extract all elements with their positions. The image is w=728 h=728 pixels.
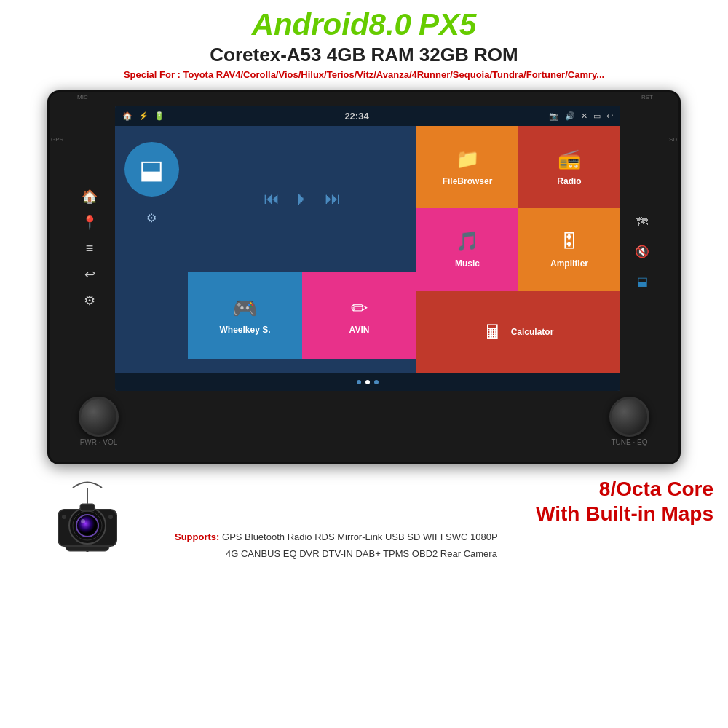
mic-label: MIC (77, 94, 88, 100)
nav-location[interactable]: 📍 (82, 215, 98, 231)
close-icon: ✕ (581, 111, 587, 121)
px5-title: PX5 (419, 7, 476, 42)
supports-label: Supports: (175, 531, 219, 542)
bottom-section: 8/Octa Core With Built-in Maps Supports:… (15, 473, 713, 559)
right-nav-bluetooth[interactable]: ⬓ (637, 274, 648, 288)
right-nav-mute[interactable]: 🔇 (635, 245, 649, 258)
wheelkey-tile[interactable]: 🎮 Wheelkey S. (188, 272, 302, 359)
android-title: Android8.0 (252, 7, 411, 42)
vol-knob-group: PWR · VOL (79, 397, 119, 446)
music-icon: 🎵 (456, 230, 479, 253)
car-unit: MIC RST GPS SD 🏠 📍 ≡ ↩ ⚙ 🏠 ⚡ 🔋 (47, 90, 681, 464)
status-right: 📷 🔊 ✕ ▭ ↩ (549, 111, 613, 121)
calculator-tile[interactable]: 🖩 Calculator (416, 291, 620, 373)
page: Android8.0 PX5 Coretex-A53 4GB RAM 32GB … (0, 0, 728, 728)
rewind-button[interactable]: ⏮ (264, 189, 280, 208)
svg-point-6 (78, 516, 97, 535)
bluetooth-area: ⏮ ⏵ ⏭ (188, 126, 416, 272)
tune-eq-label: TUNE · EQ (611, 438, 647, 446)
filebrowser-label: FileBrowser (443, 176, 493, 186)
special-line: Special For : Toyota RAV4/Corolla/Vios/H… (15, 69, 713, 80)
title-line: Android8.0 PX5 (15, 7, 713, 42)
volume-knob[interactable] (79, 397, 119, 437)
play-button[interactable]: ⏵ (294, 189, 310, 208)
tune-knob-group: TUNE · EQ (609, 397, 649, 446)
supports-items-2: 4G CANBUS EQ DVR DTV-IN DAB+ TPMS OBD2 R… (175, 548, 497, 559)
features-section: 8/Octa Core With Built-in Maps Supports:… (175, 473, 713, 559)
left-panel: ⬓ ⚙ (115, 126, 188, 373)
avin-tile[interactable]: ✏ AVIN (302, 272, 416, 359)
sliders-icon[interactable]: ⚙ (146, 211, 157, 225)
screen: 🏠 ⚡ 🔋 22:34 📷 🔊 ✕ ▭ ↩ (115, 106, 620, 391)
back-icon: ↩ (606, 111, 613, 121)
bluetooth-button[interactable]: ⬓ (124, 142, 179, 197)
screen-wrapper: 🏠 📍 ≡ ↩ ⚙ 🏠 ⚡ 🔋 22:34 📷 (71, 106, 657, 391)
bottom-bar (115, 373, 620, 391)
knobs-row: PWR · VOL TUNE · EQ (71, 397, 657, 446)
specs-line: Coretex-A53 4GB RAM 32GB ROM (15, 44, 713, 66)
radio-label: Radio (557, 176, 581, 186)
nav-back[interactable]: ↩ (84, 266, 95, 282)
camera-section (15, 473, 160, 559)
rst-label: RST (641, 94, 653, 100)
nav-settings[interactable]: ⚙ (84, 293, 95, 309)
camera-icon: 📷 (549, 111, 559, 121)
supports-row2: 4G CANBUS EQ DVR DTV-IN DAB+ TPMS OBD2 R… (175, 548, 713, 559)
window-icon: ▭ (593, 111, 601, 121)
usb-icon: ⚡ (138, 111, 149, 121)
battery-icon: 🔋 (154, 111, 165, 121)
sd-label: SD (669, 136, 677, 143)
steering-icon: 🎮 (232, 296, 258, 320)
center-panel: ⏮ ⏵ ⏭ 🎮 Wheelkey S. ✏ (188, 126, 416, 373)
amplifier-icon: 🎛 (560, 230, 579, 253)
media-controls: ⏮ ⏵ ⏭ (264, 189, 341, 208)
dot-2 (365, 380, 370, 384)
gps-label: GPS (51, 136, 63, 143)
dot-1 (357, 380, 361, 384)
fast-forward-button[interactable]: ⏭ (325, 189, 341, 208)
folder-icon: 📁 (456, 148, 479, 170)
music-label: Music (455, 258, 480, 269)
supports-items-1: GPS Bluetooth Radio RDS Mirror-Link USB … (222, 531, 498, 542)
avin-label: AVIN (349, 325, 370, 335)
radio-tile[interactable]: 📻 Radio (518, 126, 620, 208)
main-area: ⬓ ⚙ ⏮ ⏵ ⏭ (115, 126, 620, 373)
tune-knob[interactable] (609, 397, 649, 437)
supports-row1: Supports: GPS Bluetooth Radio RDS Mirror… (175, 531, 713, 542)
svg-point-9 (108, 515, 113, 519)
right-grid: 📁 FileBrowser 📻 Radio 🎵 Music 🎛 (416, 126, 620, 373)
svg-point-8 (62, 515, 66, 519)
filebrowser-tile[interactable]: 📁 FileBrowser (416, 126, 518, 208)
calc-icon: 🖩 (483, 321, 502, 344)
status-left: 🏠 ⚡ 🔋 (122, 111, 165, 121)
wheelkey-label: Wheelkey S. (219, 325, 270, 335)
nav-home[interactable]: 🏠 (82, 189, 98, 205)
left-nav: 🏠 📍 ≡ ↩ ⚙ (71, 189, 108, 309)
header: Android8.0 PX5 Coretex-A53 4GB RAM 32GB … (15, 7, 713, 80)
clock: 22:34 (344, 111, 368, 122)
pwr-vol-label: PWR · VOL (80, 438, 118, 446)
radio-icon: 📻 (558, 148, 581, 170)
svg-point-7 (81, 519, 85, 523)
calculator-label: Calculator (511, 327, 554, 337)
svg-rect-10 (80, 504, 95, 511)
octa-text: 8/Octa Core With Built-in Maps (175, 477, 713, 526)
dot-3 (374, 380, 379, 384)
bottom-row: 🎮 Wheelkey S. ✏ AVIN (188, 272, 416, 359)
avin-icon: ✏ (351, 296, 368, 320)
amplifier-label: Amplifier (550, 258, 588, 269)
volume-icon: 🔊 (565, 111, 575, 121)
status-bar: 🏠 ⚡ 🔋 22:34 📷 🔊 ✕ ▭ ↩ (115, 106, 620, 126)
camera-svg (36, 473, 138, 553)
right-nav-map[interactable]: 🗺 (636, 215, 648, 229)
nav-menu[interactable]: ≡ (86, 241, 94, 256)
right-nav: 🗺 🔇 ⬓ (628, 208, 657, 288)
music-tile[interactable]: 🎵 Music (416, 208, 518, 290)
amplifier-tile[interactable]: 🎛 Amplifier (518, 208, 620, 290)
home-icon: 🏠 (122, 111, 132, 121)
